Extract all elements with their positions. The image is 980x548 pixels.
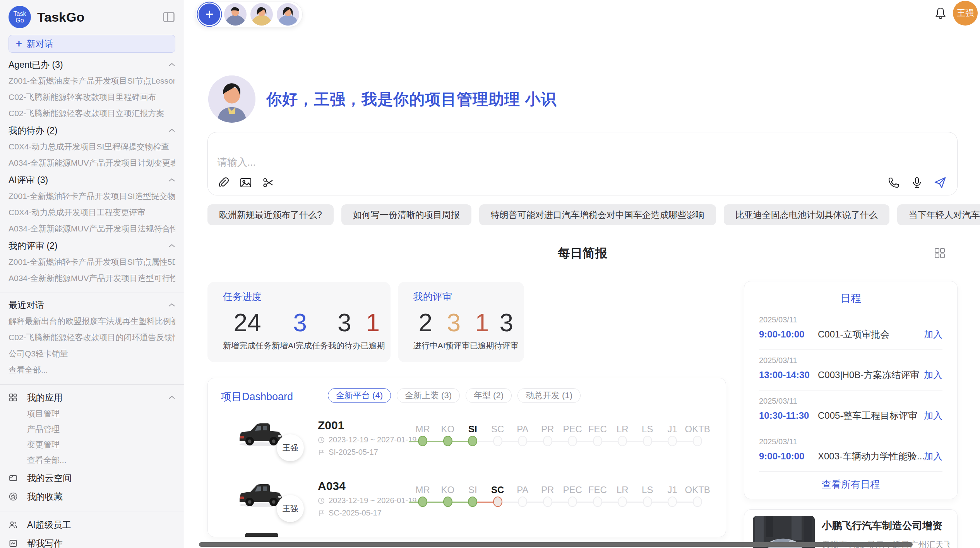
stat-card: 我的评审 2 进行中 3 AI预评审 1 已逾期 3 待评审: [398, 282, 524, 362]
sidebar-section-header[interactable]: 我的评审 (2): [9, 241, 175, 251]
sidebar-section-header[interactable]: Agent已办 (3): [9, 60, 175, 70]
project-row[interactable]: 王强 Z001 2023-12-19 ~ 2027-01-19 SI-2025-…: [208, 411, 726, 471]
my-cloud-space-label: 我的云空间: [27, 472, 175, 484]
agent-avatar[interactable]: [277, 3, 299, 26]
project-list: 王强 Z001 2023-12-19 ~ 2027-01-19 SI-2025-…: [208, 411, 726, 532]
ai-super-staff-label: AI超级员工: [27, 519, 175, 531]
milestone-label: OKTB: [685, 485, 710, 495]
sidebar-task-item[interactable]: A034-全新新能源MUV产品开发项目法规符合性评审: [9, 224, 175, 234]
dashboard-tab[interactable]: 全新平台 (4): [328, 388, 391, 403]
suggestion-chip[interactable]: 比亚迪全固态电池计划具体说了什么: [724, 204, 889, 225]
sidebar-task-item[interactable]: A034-全新新能源MUV产品开发项目计划变更表编写: [9, 158, 175, 168]
recent-chat-item[interactable]: 解释最新出台的欧盟报废车法规再生塑料比例被调至15%...: [9, 316, 175, 326]
suggestion-chip[interactable]: 特朗普可能对进口汽车增税会对中国车企造成哪些影响: [479, 204, 716, 225]
stat: 3 新增AI完成任务: [272, 308, 328, 351]
recent-chat-item[interactable]: 查看全部...: [9, 365, 175, 375]
my-favorites[interactable]: 我的收藏: [9, 491, 175, 502]
dashboard-tab[interactable]: 全新上装 (3): [397, 388, 460, 403]
milestone: PR: [535, 485, 560, 509]
cloud-space-icon: [9, 473, 19, 483]
sidebar-collapse-icon[interactable]: [162, 11, 175, 23]
join-link[interactable]: 加入: [924, 369, 942, 381]
schedule-time: 9:00-10:00: [759, 329, 818, 340]
milestone-dot: [543, 436, 552, 446]
schedule-date: 2025/03/11: [759, 315, 942, 324]
sidebar-task-item[interactable]: Z001-全新燃油轻卡产品开发项目SI造型提交物评审: [9, 191, 175, 201]
send-icon[interactable]: [933, 176, 947, 190]
horizontal-scrollbar[interactable]: [199, 542, 913, 547]
milestone: PA: [510, 424, 535, 449]
join-link[interactable]: 加入: [924, 450, 942, 462]
app-sub-item[interactable]: 查看全部...: [27, 455, 175, 465]
dashboard-tab[interactable]: 年型 (2): [466, 388, 512, 403]
sidebar-task-item[interactable]: C02-飞腾新能源轻客改款项目里程碑画布: [9, 92, 175, 102]
schedule-item: 2025/03/11 10:30-11:30 C005-整车工程目标评审 加入: [744, 390, 957, 431]
sidebar-section-header[interactable]: AI评审 (3): [9, 175, 175, 185]
milestone: SI: [460, 424, 485, 449]
attachment-icon[interactable]: [216, 176, 230, 190]
star-circle-icon: [9, 491, 19, 502]
add-agent-button[interactable]: +: [199, 3, 220, 25]
milestone-label: SC: [485, 485, 511, 495]
milestone: LS: [635, 424, 660, 449]
notifications-bell-icon[interactable]: [933, 5, 948, 21]
recent-chats-header[interactable]: 最近对话: [9, 300, 175, 310]
plus-icon: +: [16, 38, 22, 50]
recent-chat-item[interactable]: C02-飞腾新能源轻客改款项目的闭环通告反馈情况: [9, 332, 175, 342]
app-sub-item[interactable]: 变更管理: [27, 440, 175, 450]
sidebar-task-item[interactable]: C02-飞腾新能源轻客改款项目立项汇报方案: [9, 108, 175, 118]
agent-avatar[interactable]: [250, 3, 273, 26]
stat-label: 已逾期: [361, 340, 385, 351]
new-chat-button[interactable]: + 新对话: [9, 35, 175, 53]
app-sub-item[interactable]: 项目管理: [27, 409, 175, 419]
dashboard-tab[interactable]: 动总开发 (1): [517, 388, 581, 403]
user-avatar[interactable]: 王强: [953, 1, 978, 26]
milestone-label: MR: [410, 485, 435, 495]
layout-grid-icon[interactable]: [934, 247, 946, 259]
chat-input-box[interactable]: 请输入...: [207, 132, 958, 195]
my-cloud-space[interactable]: 我的云空间: [9, 472, 175, 484]
scissors-icon[interactable]: [261, 176, 275, 190]
recent-chat-item[interactable]: 公司Q3轻卡销量: [9, 349, 175, 359]
project-owner-badge: 王强: [277, 495, 304, 522]
stat-label: 新增完成任务: [223, 340, 272, 351]
suggestion-chip[interactable]: 欧洲新规最近颁布了什么?: [207, 204, 334, 225]
phone-call-icon[interactable]: [887, 176, 901, 190]
help-me-write[interactable]: 帮我写作: [9, 538, 175, 548]
view-all-schedule-link[interactable]: 查看所有日程: [744, 478, 957, 491]
milestone-label: FEC: [585, 424, 610, 435]
my-apps-header[interactable]: 我的应用: [9, 392, 175, 403]
ai-super-staff[interactable]: AI超级员工: [9, 519, 175, 531]
sidebar-task-item[interactable]: Z001-全新燃油皮卡产品开发项目SI节点Lesson Learn报告: [9, 76, 175, 86]
section-title: AI评审 (3): [9, 174, 48, 186]
suggestion-chip[interactable]: 如何写一份清晰的项目周报: [341, 204, 471, 225]
milestone-dot: [693, 497, 702, 507]
people-icon: [9, 520, 19, 530]
milestone: LR: [610, 424, 635, 449]
schedule-item: 2025/03/11 9:00-10:00 X003-车辆动力学性能验... 加…: [744, 431, 957, 472]
stat-label: 已逾期: [470, 340, 494, 351]
project-flag-milestone: SI-2025-05-17: [318, 448, 378, 457]
milestone: PA: [510, 485, 535, 509]
sidebar-task-item[interactable]: Z001-全新燃油轻卡产品开发项目SI节点属性5D文件评审: [9, 257, 175, 267]
agent-avatar[interactable]: [224, 3, 247, 26]
stat-value: 1: [470, 308, 494, 337]
milestone-label: KO: [435, 424, 461, 435]
project-row[interactable]: 王强 A034 2023-12-19 ~ 2026-01-19 SC-2025-…: [208, 471, 726, 532]
suggestion-chip[interactable]: 当下年轻人对汽车外观有怎样的喜好趋势: [897, 204, 980, 225]
app-sub-item[interactable]: 产品管理: [27, 424, 175, 434]
milestone-dot: [518, 497, 527, 507]
image-icon[interactable]: [239, 176, 253, 190]
sidebar-task-item[interactable]: C0X4-动力总成开发项目工程变更评审: [9, 207, 175, 217]
stat-value: 3: [494, 308, 519, 337]
writing-doc-icon: [9, 538, 19, 548]
join-link[interactable]: 加入: [924, 409, 942, 422]
join-link[interactable]: 加入: [924, 328, 942, 341]
microphone-icon[interactable]: [910, 176, 924, 190]
sidebar-task-item[interactable]: A034-全新新能源MUV产品开发项目造型可行性评审: [9, 273, 175, 283]
project-dates: 2023-12-19 ~ 2026-01-19: [318, 496, 416, 505]
sidebar-task-item[interactable]: C0X4-动力总成开发项目SI里程碑提交物检查: [9, 142, 175, 152]
stat-card-title: 任务进度: [223, 290, 385, 303]
sidebar-section-header[interactable]: 我的待办 (2): [9, 125, 175, 135]
stat-label: AI预评审: [438, 340, 470, 351]
